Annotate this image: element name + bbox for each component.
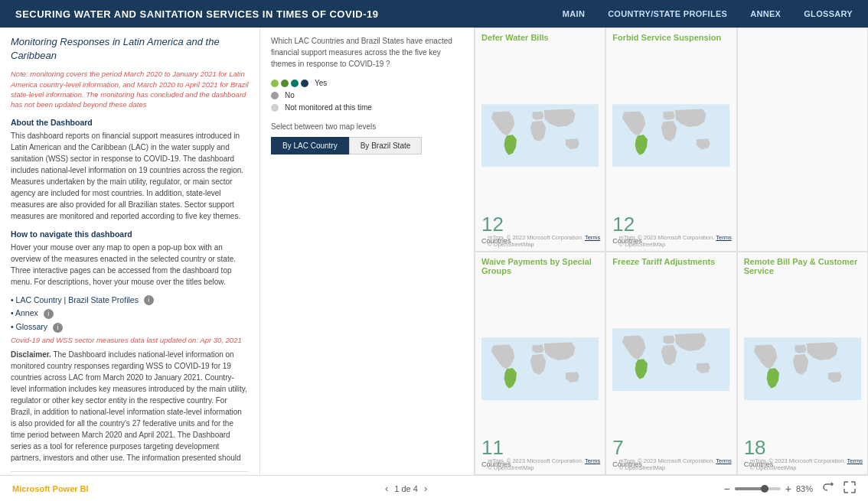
link-glossary[interactable]: • Glossary i — [11, 322, 249, 333]
count-waive: 11 — [481, 438, 504, 457]
header: SECURING WATER AND SANITATION SERVICES I… — [0, 0, 868, 28]
legend: Yes No Not monitored at this time — [271, 79, 463, 112]
map-tile-freeze: Freeze Tariff Adjustments 7 Countries mT… — [605, 252, 736, 476]
panel-heading: Monitoring Responses in Latin America an… — [11, 35, 249, 63]
count-freeze: 7 — [612, 438, 623, 457]
update-text: Covid-19 and WSS sector measures data la… — [11, 336, 249, 344]
map-title-forbid-service: Forbid Service Suspension — [612, 33, 729, 42]
dot-2 — [281, 80, 289, 87]
link-lac-country[interactable]: • LAC Country | Brazil State Profiles i — [11, 295, 249, 306]
map-buttons: By LAC Country By Brazil State — [271, 137, 463, 155]
navigate-body: Hover your mouse over any map to open a … — [11, 242, 249, 288]
footer-right: − + 83% — [724, 481, 856, 496]
count-forbid-service: 12 — [612, 214, 635, 234]
map-tile-remote: Remote Bill Pay & Customer Service 18 Co… — [737, 252, 868, 476]
main-layout: Monitoring Responses in Latin America an… — [0, 28, 868, 475]
maps-panel: Defer Water Bills — [475, 28, 868, 475]
about-title: About the Dashboard — [11, 118, 249, 127]
about-body: This dashboard reports on financial supp… — [11, 130, 249, 222]
dot-4 — [301, 80, 308, 87]
credit-remote: mTom, © 2023 Microsoft Corporation. Term… — [750, 457, 863, 471]
note-text: Note: monitoring covers the period March… — [11, 69, 249, 109]
dot-no — [271, 92, 279, 99]
zoom-out-button[interactable]: − — [724, 483, 730, 495]
zoom-control: − + 83% — [724, 483, 813, 495]
legend-not-monitored-label: Not monitored at this time — [285, 103, 372, 112]
credit-waive: mTom, © 2023 Microsoft Corporation. Term… — [488, 457, 600, 471]
map-world-freeze — [612, 268, 729, 452]
nav-country-profiles[interactable]: COUNTRY/STATE PROFILES — [608, 9, 727, 18]
zoom-thumb — [761, 485, 768, 493]
map-title-remote: Remote Bill Pay & Customer Service — [744, 257, 861, 275]
share-icon[interactable] — [822, 481, 834, 496]
left-panel: Monitoring Responses in Latin America an… — [0, 28, 260, 475]
nav-main[interactable]: MAIN — [563, 9, 585, 18]
nav-annex[interactable]: ANNEX — [750, 9, 781, 18]
footer: Microsoft Power BI ‹ 1 de 4 › − + 83% — [0, 475, 868, 501]
map-world-forbid — [612, 44, 729, 228]
disclaimer-body: The Dashboard includes national-level in… — [11, 350, 247, 462]
zoom-slider[interactable] — [735, 487, 781, 490]
navigation: MAIN COUNTRY/STATE PROFILES ANNEX GLOSSA… — [563, 9, 853, 18]
credit-freeze: mTom, © 2023 Microsoft Corporation. Term… — [619, 457, 732, 471]
legend-no: No — [271, 91, 463, 99]
count-remote: 18 — [744, 438, 766, 457]
info-icon-lac[interactable]: i — [144, 295, 154, 305]
count-defer-water: 12 — [481, 214, 504, 234]
center-question: Which LAC Countries and Brazil States ha… — [271, 35, 463, 70]
map-tile-forbid-service: Forbid Service Suspension 12 Countries m… — [605, 28, 736, 252]
btn-lac-country[interactable]: By LAC Country — [271, 137, 349, 155]
dot-not-monitored — [271, 104, 279, 112]
center-panel: Which LAC Countries and Brazil States ha… — [260, 28, 475, 475]
empty-tile — [737, 28, 868, 252]
powerbi-link[interactable]: Microsoft Power BI — [12, 484, 89, 493]
fullscreen-icon[interactable] — [844, 481, 856, 496]
map-world-remote — [744, 277, 861, 461]
map-title-freeze: Freeze Tariff Adjustments — [612, 257, 729, 266]
dot-3 — [291, 80, 299, 87]
map-title-waive: Waive Payments by Special Groups — [481, 257, 599, 275]
map-level-label: Select between two map levels — [271, 122, 463, 131]
page-prev-button[interactable]: ‹ — [385, 483, 388, 494]
map-world-defer — [481, 44, 599, 228]
disclaimer-title: Disclaimer. — [11, 350, 51, 359]
disclaimer-text: Disclaimer. The Dashboard includes natio… — [11, 349, 249, 464]
map-world-waive — [481, 277, 599, 461]
footer-left: Microsoft Power BI — [12, 484, 89, 493]
dot-1 — [271, 80, 279, 87]
legend-not-monitored: Not monitored at this time — [271, 103, 463, 112]
info-icon-glossary[interactable]: i — [53, 323, 63, 333]
map-tile-waive: Waive Payments by Special Groups 11 Coun… — [475, 252, 605, 476]
zoom-level: 83% — [796, 484, 813, 493]
legend-no-label: No — [285, 91, 295, 99]
navigate-title: How to navigate this dashboard — [11, 229, 249, 239]
btn-brazil-state[interactable]: By Brazil State — [349, 137, 423, 155]
page-title: SECURING WATER AND SANITATION SERVICES I… — [15, 8, 378, 20]
credit-forbid-service: mTom, © 2023 Microsoft Corporation. Term… — [619, 234, 732, 248]
legend-dots-yes — [271, 80, 308, 87]
link-annex[interactable]: • Annex i — [11, 308, 249, 319]
info-icon-annex[interactable]: i — [44, 309, 54, 319]
page-navigation: ‹ 1 de 4 › — [385, 483, 427, 494]
legend-yes-label: Yes — [315, 79, 327, 87]
page-next-button[interactable]: › — [424, 483, 427, 494]
credit-defer-water: mTom, © 2023 Microsoft Corporation. Term… — [488, 234, 600, 248]
page-info: 1 de 4 — [394, 484, 418, 493]
legend-yes: Yes — [271, 79, 463, 87]
world-bank-logo: THE WORLD BANK IBRD · IDA | WORLD BANK G… — [11, 471, 249, 475]
zoom-in-button[interactable]: + — [785, 483, 791, 495]
map-title-defer-water: Defer Water Bills — [481, 33, 599, 42]
map-tile-defer-water: Defer Water Bills — [475, 28, 605, 252]
nav-glossary[interactable]: GLOSSARY — [804, 9, 853, 18]
